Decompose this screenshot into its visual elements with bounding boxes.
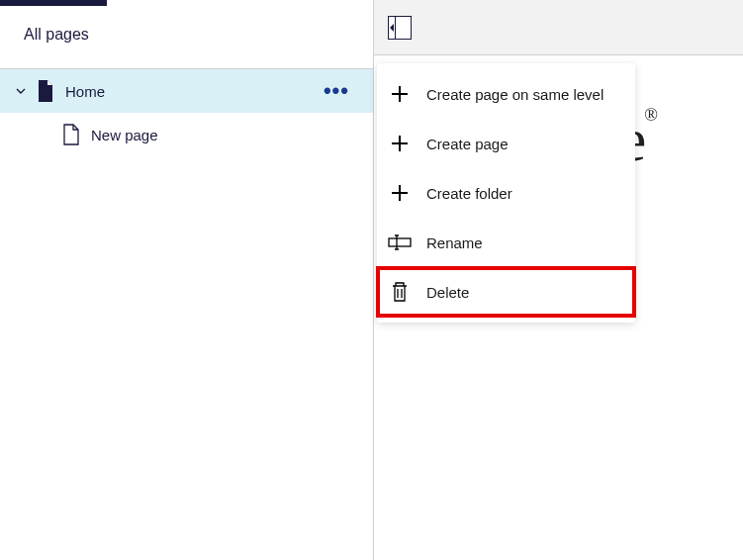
menu-item-create-page[interactable]: Create page xyxy=(377,119,635,168)
plus-icon xyxy=(387,131,413,156)
plus-icon xyxy=(387,81,413,107)
rename-icon xyxy=(387,230,413,255)
more-actions-button[interactable]: ••• xyxy=(324,78,349,104)
context-menu: Create page on same level Create page Cr… xyxy=(377,63,635,323)
svg-rect-0 xyxy=(389,238,411,246)
tree-item-new-page[interactable]: New page xyxy=(0,113,373,156)
menu-item-label: Create page xyxy=(426,136,509,152)
menu-item-label: Delete xyxy=(426,284,469,301)
page-tree: Home ••• New page xyxy=(0,69,373,156)
trash-icon xyxy=(387,279,413,305)
page-icon xyxy=(36,79,55,103)
pages-sidebar: All pages Home ••• New page xyxy=(0,0,374,560)
chevron-down-icon[interactable] xyxy=(16,86,26,96)
menu-item-label: Rename xyxy=(426,234,483,251)
sidebar-title: All pages xyxy=(0,0,373,69)
main-toolbar xyxy=(374,0,743,55)
menu-item-create-folder[interactable]: Create folder xyxy=(377,168,635,218)
tree-item-label: Home xyxy=(65,83,314,100)
menu-item-delete[interactable]: Delete xyxy=(377,267,635,317)
menu-item-label: Create folder xyxy=(426,185,512,202)
page-outline-icon xyxy=(61,123,81,146)
tree-item-label: New page xyxy=(91,127,373,143)
collapse-sidebar-button[interactable] xyxy=(388,16,412,40)
menu-item-label: Create page on same level xyxy=(426,86,604,103)
plus-icon xyxy=(387,180,413,206)
tree-item-home[interactable]: Home ••• xyxy=(0,69,373,113)
app-topbar-accent xyxy=(0,0,107,6)
menu-item-rename[interactable]: Rename xyxy=(377,218,635,267)
menu-item-create-same-level[interactable]: Create page on same level xyxy=(377,69,635,119)
